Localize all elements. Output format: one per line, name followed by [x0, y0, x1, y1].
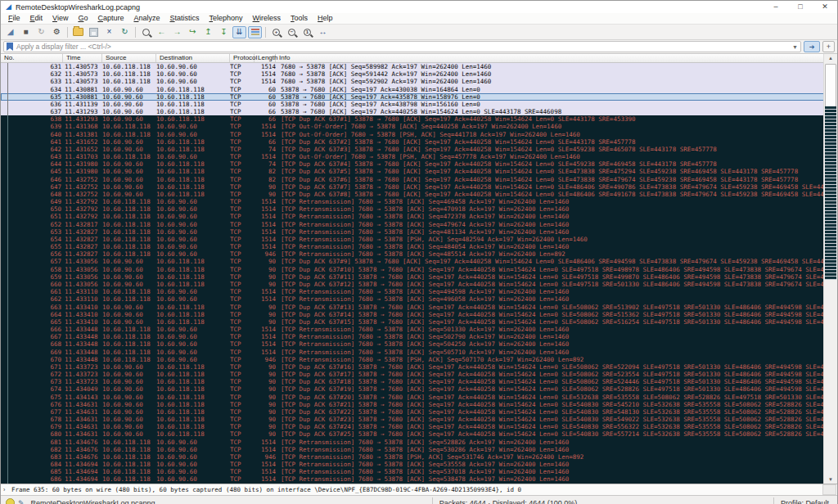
expert-info-icon[interactable] [6, 498, 15, 504]
vertical-scrollbar[interactable]: ▲ ▼ [823, 54, 837, 484]
auto-scroll-icon[interactable]: ⇊ [232, 26, 246, 38]
packet-row[interactable]: 66711.43344810.60.118.11810.60.90.60TCP1… [1, 333, 837, 340]
display-filter-input[interactable]: Apply a display filter ... <Ctrl-/> ▼ [3, 41, 801, 52]
packet-row[interactable]: 68611.43469410.60.118.11810.60.90.60TCP1… [1, 475, 837, 483]
packet-row[interactable]: 67011.43344810.60.118.11810.60.90.60TCP9… [1, 356, 837, 363]
menu-item-view[interactable]: View [47, 13, 73, 24]
packet-row[interactable]: 66211.43311010.60.118.11810.60.90.60TCP1… [1, 295, 837, 303]
column-header-length[interactable]: Length [255, 54, 276, 62]
add-filter-button[interactable]: + [822, 41, 835, 52]
packet-row[interactable]: 67811.43463110.60.90.6010.60.118.118TCP9… [1, 416, 837, 423]
go-last-packet-icon[interactable]: ↧ [217, 26, 231, 38]
menu-item-help[interactable]: Help [313, 13, 338, 24]
packet-row[interactable]: 63111.43057310.60.118.11810.60.90.60TCP1… [1, 63, 837, 70]
scroll-up-arrow-icon[interactable]: ▲ [824, 54, 837, 62]
packet-detail-line[interactable]: › Frame 635: 60 bytes on wire (480 bits)… [1, 484, 837, 495]
close-button[interactable]: ✕ [813, 1, 837, 13]
packet-row[interactable]: 64711.43275210.60.90.6010.60.118.118TCP9… [1, 183, 837, 191]
zoom-out-icon[interactable]: − [285, 26, 299, 38]
packet-row[interactable]: 67311.43372310.60.90.6010.60.118.118TCP9… [1, 378, 837, 385]
packet-row[interactable]: 68011.43463110.60.90.6010.60.118.118TCP9… [1, 430, 837, 438]
packet-row[interactable]: 66811.43344810.60.118.11810.60.90.60TCP1… [1, 340, 837, 348]
packet-row[interactable]: 66611.43344810.60.118.11810.60.90.60TCP1… [1, 326, 837, 333]
packet-row[interactable]: 66111.43311010.60.118.11810.60.90.60TCP1… [1, 288, 837, 295]
packet-row[interactable]: 66511.43341010.60.90.6010.60.118.118TCP9… [1, 318, 837, 326]
packet-row[interactable]: 68111.43467610.60.118.11810.60.90.60TCP1… [1, 439, 837, 446]
packet-row[interactable]: 68511.43469410.60.118.11810.60.90.60TCP1… [1, 468, 837, 475]
go-to-packet-icon[interactable]: ↪ [186, 26, 200, 38]
packet-row[interactable]: 63411.43088110.60.90.6010.60.118.118TCP6… [1, 86, 837, 93]
packet-row[interactable]: 63611.43113910.60.90.6010.60.118.118TCP6… [1, 101, 837, 108]
menu-item-wireless[interactable]: Wireless [248, 13, 286, 24]
reload-file-icon[interactable]: ↻ [118, 26, 132, 38]
packet-row[interactable]: 67511.43414310.60.90.6010.60.118.118TCP9… [1, 394, 837, 401]
packet-row[interactable]: 64511.43198010.60.90.6010.60.118.118TCP8… [1, 168, 837, 175]
save-file-icon[interactable] [87, 26, 101, 38]
packet-row[interactable]: 63211.43057310.60.118.11810.60.90.60TCP1… [1, 70, 837, 78]
packet-row[interactable]: 66311.43341010.60.90.6010.60.118.118TCP9… [1, 304, 837, 311]
menu-item-statistics[interactable]: Statistics [165, 13, 205, 24]
packet-row[interactable]: 68311.43467610.60.118.11810.60.90.60TCP9… [1, 453, 837, 461]
packet-row[interactable]: 63511.43088110.60.90.6010.60.118.118TCP6… [1, 93, 837, 101]
packet-row[interactable]: 64211.43165210.60.90.6010.60.118.118TCP7… [1, 146, 837, 153]
menu-item-edit[interactable]: Edit [25, 13, 48, 24]
column-header-no[interactable]: No. [1, 54, 63, 62]
packet-row[interactable]: 63811.43129310.60.90.6010.60.118.118TCP6… [1, 115, 837, 123]
packet-row[interactable]: 67411.43404910.60.90.6010.60.118.118TCP9… [1, 385, 837, 393]
find-packet-icon[interactable] [139, 26, 153, 38]
packet-row[interactable]: 65311.43282710.60.118.11810.60.90.60TCP1… [1, 228, 837, 236]
packet-row[interactable]: 64111.43165210.60.90.6010.60.118.118TCP6… [1, 138, 837, 146]
packet-row[interactable]: 64411.43198010.60.90.6010.60.118.118TCP7… [1, 160, 837, 168]
packet-row[interactable]: 65911.43305610.60.90.6010.60.118.118TCP9… [1, 273, 837, 281]
packet-row[interactable]: 67211.43372310.60.90.6010.60.118.118TCP9… [1, 371, 837, 378]
apply-filter-button[interactable]: ➔ [804, 41, 820, 52]
resize-columns-icon[interactable]: ↔ [316, 26, 330, 38]
zoom-in-icon[interactable]: + [269, 26, 283, 38]
bookmark-icon[interactable] [7, 43, 13, 51]
restart-capture-icon[interactable]: ↻ [34, 26, 48, 38]
packet-row[interactable]: 68411.43469410.60.118.11810.60.90.60TCP1… [1, 461, 837, 468]
column-header-protocol[interactable]: Protocol [230, 54, 255, 62]
packet-row[interactable]: 65011.43279210.60.118.11810.60.90.60TCP1… [1, 205, 837, 213]
maximize-button[interactable]: □ [788, 1, 813, 13]
packet-row[interactable]: 67611.43463110.60.90.6010.60.118.118TCP9… [1, 401, 837, 408]
packet-row[interactable]: 65511.43282710.60.118.11810.60.90.60TCP1… [1, 243, 837, 250]
packet-row[interactable]: 67911.43463110.60.90.6010.60.118.118TCP9… [1, 423, 837, 430]
menu-item-go[interactable]: Go [73, 13, 92, 24]
packet-row[interactable]: 65411.43282710.60.118.11810.60.90.60TCP1… [1, 236, 837, 243]
packet-row[interactable]: 64811.43275210.60.90.6010.60.118.118TCP9… [1, 191, 837, 198]
close-file-icon[interactable]: × [102, 26, 116, 38]
packet-row[interactable]: 63911.43136810.60.118.11810.60.90.60TCP1… [1, 123, 837, 130]
packet-row[interactable]: 64011.43138110.60.118.11810.60.90.60TCP1… [1, 131, 837, 138]
packet-row[interactable]: 65111.43279210.60.118.11810.60.90.60TCP1… [1, 213, 837, 220]
capture-options-icon[interactable]: ⚙ [50, 26, 64, 38]
menu-item-file[interactable]: File [3, 13, 25, 24]
packet-row[interactable]: 67711.43463110.60.90.6010.60.118.118TCP9… [1, 408, 837, 416]
packet-row[interactable]: 68211.43467610.60.118.11810.60.90.60TCP1… [1, 446, 837, 453]
packet-row[interactable]: 65711.43305610.60.90.6010.60.118.118TCP9… [1, 258, 837, 265]
column-header-time[interactable]: Time [63, 54, 102, 62]
expander-icon[interactable]: › [3, 487, 11, 493]
start-capture-icon[interactable]: ◢ [3, 26, 17, 38]
column-header-source[interactable]: Source [102, 54, 156, 62]
menu-item-capture[interactable]: Capture [92, 13, 128, 24]
menu-item-tools[interactable]: Tools [286, 13, 313, 24]
scrollbar-thumb[interactable] [825, 64, 836, 108]
go-forward-icon[interactable]: → [170, 26, 184, 38]
packet-row[interactable]: 67111.43372310.60.90.6010.60.118.118TCP9… [1, 363, 837, 371]
packet-row[interactable]: 66011.43305610.60.90.6010.60.118.118TCP9… [1, 281, 837, 288]
stop-capture-icon[interactable]: ■ [19, 26, 33, 38]
profile-text[interactable]: Profile: Default [781, 499, 837, 504]
packet-row[interactable]: 63711.43129310.60.90.6010.60.118.118TCP6… [1, 108, 837, 115]
open-file-icon[interactable] [71, 26, 85, 38]
column-header-destination[interactable]: Destination [156, 54, 230, 62]
go-back-icon[interactable]: ← [155, 26, 169, 38]
scroll-down-arrow-icon[interactable]: ▼ [824, 475, 837, 484]
minimize-button[interactable]: – [764, 1, 788, 13]
packet-row[interactable]: 65611.43282710.60.118.11810.60.90.60TCP9… [1, 250, 837, 258]
packet-row[interactable]: 65811.43305610.60.90.6010.60.118.118TCP9… [1, 266, 837, 273]
packet-row[interactable]: 64311.43170310.60.118.11810.60.90.60TCP1… [1, 153, 837, 160]
packet-row[interactable]: 66911.43344810.60.118.11810.60.90.60TCP1… [1, 349, 837, 356]
packet-row[interactable]: 66411.43341010.60.90.6010.60.118.118TCP9… [1, 311, 837, 318]
go-first-packet-icon[interactable]: ↥ [201, 26, 215, 38]
